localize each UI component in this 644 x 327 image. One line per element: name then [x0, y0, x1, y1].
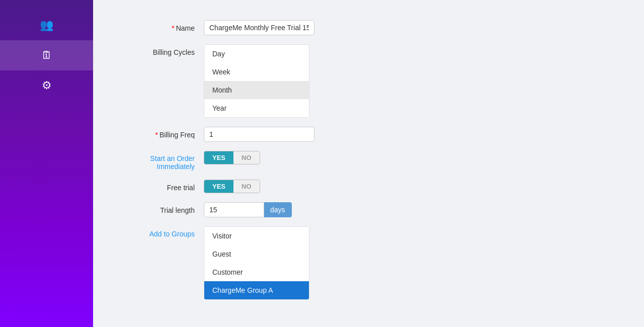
start-order-no-button[interactable]: NO: [233, 151, 260, 164]
days-badge: days: [264, 202, 292, 217]
name-row: *Name: [123, 20, 614, 35]
group-chargeme-a[interactable]: ChargeMe Group A: [204, 281, 309, 299]
billing-freq-label: *Billing Freq: [123, 127, 204, 140]
add-to-groups-label[interactable]: Add to Groups: [123, 226, 204, 238]
start-order-row: Start an Order Immediately YES NO: [123, 151, 614, 171]
trial-length-row: Trial length days: [123, 202, 614, 217]
main-content: *Name Billing Cycles Day Week Month Year…: [93, 0, 644, 327]
billing-cycle-month[interactable]: Month: [204, 81, 309, 99]
billing-freq-input[interactable]: [204, 127, 314, 142]
free-trial-row: Free trial YES NO: [123, 180, 614, 193]
form-area: *Name Billing Cycles Day Week Month Year…: [123, 20, 614, 300]
billing-cycles-label: Billing Cycles: [123, 44, 204, 58]
start-order-toggle: YES NO: [204, 151, 260, 165]
group-guest[interactable]: Guest: [204, 245, 309, 263]
group-visitor[interactable]: Visitor: [204, 227, 309, 245]
groups-dropdown: Visitor Guest Customer ChargeMe Group A: [204, 226, 309, 300]
name-label: *Name: [123, 20, 204, 34]
start-order-label[interactable]: Start an Order Immediately: [123, 151, 204, 171]
users-icon: 👥: [40, 19, 53, 32]
start-order-yes-button[interactable]: YES: [204, 151, 233, 164]
free-trial-label: Free trial: [123, 180, 204, 193]
trial-length-label: Trial length: [123, 202, 204, 216]
billing-cycle-day[interactable]: Day: [204, 45, 309, 63]
sidebar-item-calendar[interactable]: 🗓: [0, 40, 93, 70]
billing-freq-required-star: *: [155, 131, 158, 139]
billing-cycles-row: Billing Cycles Day Week Month Year: [123, 44, 614, 118]
sidebar-item-users[interactable]: 👥: [0, 10, 93, 40]
billing-cycle-week[interactable]: Week: [204, 63, 309, 81]
free-trial-toggle: YES NO: [204, 180, 260, 193]
billing-freq-row: *Billing Freq: [123, 127, 614, 142]
calendar-icon: 🗓: [41, 49, 52, 62]
free-trial-no-button[interactable]: NO: [233, 180, 260, 193]
free-trial-yes-button[interactable]: YES: [204, 180, 233, 193]
sidebar-item-settings[interactable]: ⚙: [0, 70, 93, 101]
trial-length-group: days: [204, 202, 292, 217]
sidebar: 👥 🗓 ⚙: [0, 0, 93, 327]
settings-icon: ⚙: [42, 79, 52, 92]
billing-cycles-dropdown: Day Week Month Year: [204, 44, 309, 118]
billing-cycle-year[interactable]: Year: [204, 99, 309, 117]
trial-length-input[interactable]: [204, 202, 264, 217]
add-to-groups-row: Add to Groups Visitor Guest Customer Cha…: [123, 226, 614, 300]
name-input[interactable]: [204, 20, 314, 35]
group-customer[interactable]: Customer: [204, 263, 309, 281]
name-required-star: *: [172, 24, 174, 32]
